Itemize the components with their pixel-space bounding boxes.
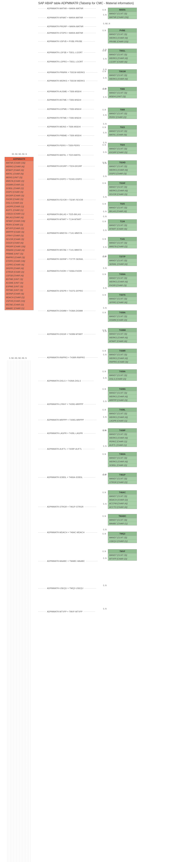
relation-label: ADPMMATR-MATNR = MARA-MATNR [46,7,84,9]
relation-label: ADPMMATR-STDPD = MARA-MATNR [46,32,84,34]
target-table: T460AMANDT [CLNT (3)]WERKS [CHAR (4)]SOB… [108,452,137,467]
target-field: WERKS [CHAR (4)] [108,460,137,463]
relation-edge: ADPMMATR-PERIV = T009-PERIV [38,144,107,147]
target-table: T438RMANDT [CLNT (3)]WERKS [CHAR (4)]RWP… [108,349,137,364]
relation-edge: ADPMMATR-MMSTA = T141-MMSTA [38,231,107,235]
target-field: MANDT [CLNT (3)] [108,553,137,557]
cardinality-label: 0..N [103,474,106,476]
cardinality-label: 0..N [103,529,107,531]
source-field: LAGPR [CHAR (1)] [5,205,33,208]
page-title: SAP ABAP table ADPMMATR {Tabstrip for CM… [38,2,134,5]
source-field: FHORI [CHAR (3)] [5,197,33,201]
cardinality-label: 0..N [103,256,106,258]
target-table-header: T377P [108,255,137,259]
target-table-header: T461P [108,473,137,477]
relation-label: ADPMMATR-SERNP = T377P-SERAIL [46,258,85,260]
relation-edge: ADPMMATR-VSPVB = PVBE-PRVBE [38,39,107,43]
relation-label: ADPMMATR-FEVOR = T024F-FEVOR [46,198,84,201]
target-table-header: TMABC [108,514,137,518]
relation-edge: ADPMMATR-USEQU = TMQ2-USEQU [38,586,107,590]
relation-label: ADPMMATR-MTVFP = TMVF-MTVFP [46,611,84,613]
relation-edge: ADPMMATR-RWPRO = T438R-RWPRO [38,355,107,360]
relation-label: ADPMMATR-DISPO = T024D-DISPO [46,178,83,180]
cardinality-label: 0..N [103,503,107,505]
target-table-header: T437S [108,293,137,297]
cardinality-label: 0..N [103,409,106,411]
relation-edge: ADPMMATR-DISLS = T439A-DISLS [38,379,107,383]
cardinality-bottom: 0..N0..N0..N0..N0..N [9,357,27,359]
cardinality-label: 0..N [103,550,106,553]
relation-edge: ADPMMATR-MTART = T134-MTART [38,217,107,221]
target-table: T437SMANDT [CLNT (3)]SFPRO [CHAR (4)] [108,293,137,304]
source-field: LGFSB [CHAR (4)] [5,274,33,277]
relation-edge: ADPMMATR-DISMM = T438A-DISMM [38,309,107,313]
relation-edge: ADPMMATR-WERKS = T001W-WERKS [38,79,107,83]
target-table: T024MANDT [CLNT (3)]EKGRP [CHAR (3)] [108,143,137,154]
target-table-header: T438A [108,311,137,315]
target-field: SFPRO [CHAR (4)] [108,301,137,304]
erd-canvas: SAP ABAP table ADPMMATR {Tabstrip for CM… [0,0,193,868]
target-table-header: TMQ2 [108,532,137,536]
target-field: MATKL [CHAR (9)] [108,133,137,136]
source-field: DISPO [CHAR (3)] [5,190,33,194]
source-field: EKGRP [CHAR (3)] [5,194,33,197]
target-field: MATNR [CHAR (18)] [108,16,137,19]
relation-label: ADPMMATR-LFRHY = T439G-MRPPP [46,403,84,405]
cardinality-label: 0..N [103,312,106,314]
target-field: ACCTO [CHAR (4)] [108,505,137,509]
relation-label: ADPMMATR-MSTAE = T141-MMSTA [46,249,83,251]
cardinality-label: 0..N [103,388,106,390]
target-table: T001LMANDT [CLNT (3)]WERKS [CHAR (4)]LGO… [108,49,137,64]
target-table-header: T023 [108,125,137,129]
target-field: MANDT [CLNT (3)] [108,112,137,115]
cardinality-label: 0..N [103,533,106,535]
cardinality-label: 0..N [103,203,106,205]
source-field: BSTME [UNIT (3)] [5,277,33,281]
cardinality-label: 0..N [103,246,107,248]
cardinality-label: 0..N [103,584,107,587]
target-table-header: T439A [108,370,137,374]
target-field: MANDT [CLNT (3)] [108,259,137,262]
source-field: FEVOR [CHAR (3)] [5,238,33,241]
target-field: MDACH [CHAR (2)] [108,498,137,502]
target-table: T009MANDT [CLNT (3)]PERIV [CHAR (2)] [108,107,137,119]
cardinality-label: 0..N [103,151,107,153]
relation-edge: ADPMMATR-DISGR = T438M-MTART [38,332,107,336]
relation-label: ADPMMATR-USEQU = TMQ2-USEQU [46,587,85,589]
cardinality-label: 0..N [103,294,106,296]
target-table: T025MANDT [CLNT (3)]BKLAS [CHAR (4)] [108,202,137,213]
target-field: MANDT [CLNT (3)] [108,12,137,16]
source-field: AUFTL [CHAR (1)] [5,208,33,212]
source-field: MSTAE [CHAR (2)] [5,303,33,307]
target-field: PERIV [CHAR (2)] [108,115,137,119]
relation-label: ADPMMATR-AUFTL = T439P-AUFTL [46,448,83,450]
source-field: SERNP [CHAR (4)] [5,292,33,296]
relation-edge: ADPMMATR-LGPRO = T001L-LGORT [38,60,107,64]
cardinality-label: 0..N [103,608,107,610]
cardinality-label: 0..N [103,182,106,184]
target-table-header: T439P [108,429,137,432]
target-field: MANDT [CLNT (3)] [108,206,137,210]
target-table: T439PMANDT [CLNT (3)]WERKS [CHAR (4)]PER… [108,428,137,447]
cardinality-label: 0..N [103,515,106,517]
cardinality-label: 0..N [103,77,107,79]
cardinality-label: 0..N [103,126,106,128]
decorative-lines [6,361,33,862]
target-table-header: T001W [108,69,137,73]
relation-edge: ADPMMATR-LAGPR = T439L-LAGPR [38,431,107,435]
relation-label: ADPMMATR-BKLAS = T025-BKLAS [46,213,82,215]
target-field: MANDT [CLNT (3)] [108,412,137,415]
relation-edge: ADPMMATR-STRGR = T461P-STRGR [38,505,107,508]
target-table-header: T439L [108,408,137,412]
cardinality-label: 0..N0..N [103,23,110,25]
relation-label: ADPMMATR-LGPRO = T001L-LGORT [46,60,84,63]
target-table-header: MARA [108,8,137,12]
target-field: MANDT [CLNT (3)] [108,276,137,280]
target-field: LAGPR [CHAR (1)] [108,419,137,423]
cardinality-label: 0..N [103,287,107,289]
relation-edge: ADPMMATR-AUFTL = T439P-AUFTL [38,447,107,451]
target-field: MTART [CHAR (4)] [108,227,137,230]
relation-label: ADPMMATR-MDACH = T46AC-MDACH [46,531,86,533]
cardinality-label: 0..N [103,491,106,494]
source-field: MEINS [UNIT (3)] [5,176,33,179]
